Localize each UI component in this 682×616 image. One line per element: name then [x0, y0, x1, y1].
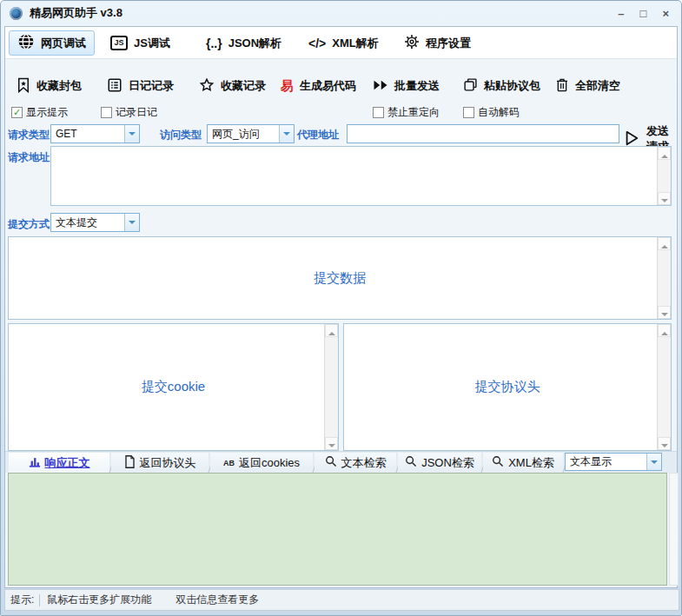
scrollbar[interactable]	[324, 324, 338, 450]
diary-log-button[interactable]: 日记记录	[107, 74, 174, 98]
output-scrollbar[interactable]	[669, 473, 679, 586]
submit-header-textarea[interactable]: 提交协议头	[343, 323, 672, 451]
window-title: 精易网页助手 v3.8	[30, 1, 122, 25]
trash-icon	[555, 77, 569, 96]
combo-value: 网页_访问	[208, 127, 279, 142]
tab-response-cookies[interactable]: AB 返回cookies	[210, 453, 313, 473]
combo-value: GET	[51, 128, 124, 140]
submit-method-select[interactable]: 文本提交	[50, 213, 140, 232]
checkbox-label: 显示提示	[26, 105, 68, 120]
clear-all-button[interactable]: 全部清空	[555, 74, 620, 98]
globe-icon	[17, 33, 35, 53]
button-label: 日记记录	[129, 78, 174, 94]
statusbar: 提示: 鼠标右击更多扩展功能 双击信息查看更多	[4, 589, 679, 611]
paste-packet-button[interactable]: 粘贴协议包	[463, 74, 540, 98]
proxy-address-label: 代理地址	[297, 128, 339, 142]
button-label: 收藏封包	[36, 78, 82, 94]
tab-label: JSON解析	[228, 36, 281, 51]
scroll-up-icon[interactable]	[325, 324, 338, 337]
button-label: 收藏记录	[221, 78, 266, 94]
proxy-address-input[interactable]	[347, 124, 619, 143]
chevron-down-icon[interactable]	[646, 454, 661, 470]
yi-character-icon: 易	[281, 78, 294, 95]
checked-checkbox-icon[interactable]: ✓	[11, 107, 23, 118]
gear-icon	[404, 34, 420, 52]
unchecked-checkbox-icon[interactable]	[463, 107, 474, 118]
display-mode-select[interactable]: 文本显示	[565, 453, 662, 471]
request-address-label: 请求地址	[8, 150, 50, 165]
request-type-select[interactable]: GET	[50, 124, 140, 143]
bar-chart-icon	[29, 456, 41, 470]
button-label: 全部清空	[575, 78, 620, 94]
submit-method-label: 提交方式	[8, 217, 50, 232]
scroll-down-icon[interactable]	[658, 306, 671, 319]
tab-js-debug[interactable]: JS JS调试	[103, 30, 178, 56]
save-packet-button[interactable]: 收藏封包	[17, 74, 82, 98]
chevron-down-icon[interactable]	[124, 125, 139, 142]
submit-cookie-hint: 提交cookie	[9, 324, 338, 450]
unchecked-checkbox-icon[interactable]	[101, 107, 112, 118]
combo-value: 文本提交	[51, 215, 124, 230]
log-diary-checkbox[interactable]: 记录日记	[101, 105, 157, 119]
scrollbar[interactable]	[657, 147, 671, 205]
batch-send-button[interactable]: 批量发送	[373, 74, 440, 98]
tab-label: XML解析	[332, 36, 378, 51]
unchecked-checkbox-icon[interactable]	[373, 107, 384, 118]
show-tip-checkbox[interactable]: ✓ 显示提示	[11, 105, 68, 119]
tab-xml-search[interactable]: XML检索	[483, 453, 563, 473]
tab-settings[interactable]: 程序设置	[396, 30, 479, 56]
scroll-up-icon[interactable]	[658, 324, 671, 337]
tab-text-search[interactable]: 文本检索	[315, 453, 396, 473]
document-icon	[124, 455, 136, 471]
status-hint-double-click: 双击信息查看更多	[175, 593, 259, 607]
request-address-textarea[interactable]	[50, 146, 672, 206]
copy-icon	[463, 77, 478, 95]
status-hint-right-click: 鼠标右击更多扩展功能	[47, 593, 151, 607]
access-type-select[interactable]: 网页_访问	[207, 124, 295, 143]
ab-text-icon: AB	[223, 459, 235, 467]
chevron-down-icon[interactable]	[124, 214, 139, 231]
scroll-down-icon[interactable]	[658, 437, 671, 450]
scrollbar[interactable]	[657, 237, 671, 319]
response-tabbar: 响应正文 返回协议头 AB 返回cookies 文本检索 JSON检索 XML检…	[5, 451, 677, 473]
chevron-down-icon[interactable]	[279, 125, 294, 142]
minimize-button[interactable]: –	[618, 8, 624, 19]
scroll-down-icon[interactable]	[325, 437, 338, 450]
no-redirect-checkbox[interactable]: 禁止重定向	[373, 105, 440, 119]
window-controls: – □ ×	[618, 1, 669, 25]
bookmark-star-icon	[17, 77, 30, 96]
tab-response-body[interactable]: 响应正文	[9, 453, 109, 473]
scroll-down-icon[interactable]	[658, 192, 671, 205]
submit-data-textarea[interactable]: 提交数据	[8, 236, 672, 320]
tab-label: 返回cookies	[239, 455, 300, 471]
tab-label: 文本检索	[341, 455, 387, 471]
scrollbar[interactable]	[657, 324, 671, 450]
status-prefix: 提示:	[5, 593, 39, 607]
tab-response-header[interactable]: 返回协议头	[111, 453, 209, 473]
response-output-area[interactable]	[8, 473, 667, 586]
save-record-button[interactable]: 收藏记录	[199, 74, 266, 98]
request-type-label: 请求类型	[8, 128, 50, 142]
submit-cookie-textarea[interactable]: 提交cookie	[8, 323, 339, 451]
app-logo-icon	[10, 7, 23, 20]
magnifier-icon	[492, 455, 504, 470]
close-button[interactable]: ×	[662, 8, 669, 19]
tab-xml-parse[interactable]: </> XML解析	[301, 30, 387, 56]
generate-code-button[interactable]: 易 生成易代码	[281, 74, 356, 98]
titlebar[interactable]: 精易网页助手 v3.8 – □ ×	[1, 1, 681, 25]
maximize-button[interactable]: □	[640, 8, 647, 19]
tab-label: JS调试	[134, 36, 170, 51]
scroll-up-icon[interactable]	[658, 237, 671, 250]
main-panel: 网页调试 JS JS调试 {..} JSON解析 </> XML解析 程序设置 …	[4, 26, 678, 588]
status-divider	[39, 594, 40, 606]
scroll-up-icon[interactable]	[658, 147, 671, 160]
access-type-label: 访问类型	[160, 128, 202, 142]
tab-web-debug[interactable]: 网页调试	[9, 30, 95, 56]
tab-json-parse[interactable]: {..} JSON解析	[198, 30, 289, 56]
auto-decode-checkbox[interactable]: 自动解码	[463, 105, 520, 119]
double-play-icon	[373, 79, 388, 94]
magnifier-icon	[405, 455, 417, 470]
tab-label: 返回协议头	[140, 455, 196, 471]
tab-json-search[interactable]: JSON检索	[398, 453, 481, 473]
js-icon: JS	[110, 36, 128, 50]
